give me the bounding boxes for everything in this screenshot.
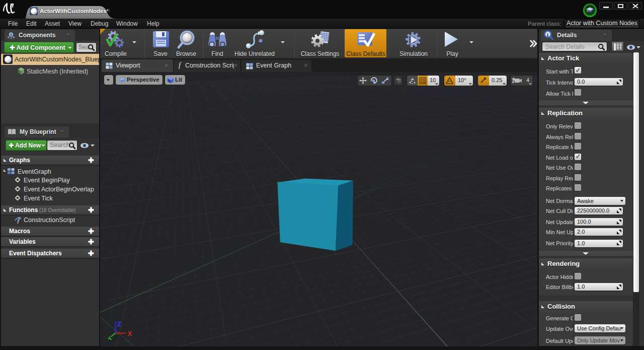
svg-text:i: i bbox=[547, 32, 548, 38]
svg-text:Z: Z bbox=[117, 320, 121, 328]
svg-text:X: X bbox=[128, 330, 132, 337]
